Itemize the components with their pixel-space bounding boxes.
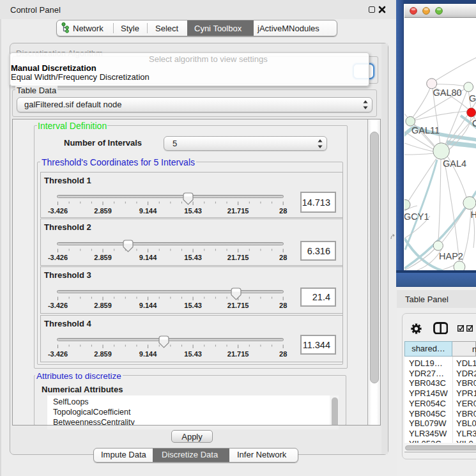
svg-text:GAL11: GAL11: [411, 125, 440, 135]
svg-text:C: C: [472, 118, 476, 128]
svg-text:G.: G.: [469, 93, 476, 104]
svg-text:GAL80: GAL80: [433, 88, 461, 98]
svg-text:GCY1: GCY1: [404, 211, 429, 222]
svg-text:H: H: [470, 210, 476, 220]
svg-text:HAP2: HAP2: [439, 251, 463, 261]
svg-text:GAL4: GAL4: [443, 158, 466, 169]
